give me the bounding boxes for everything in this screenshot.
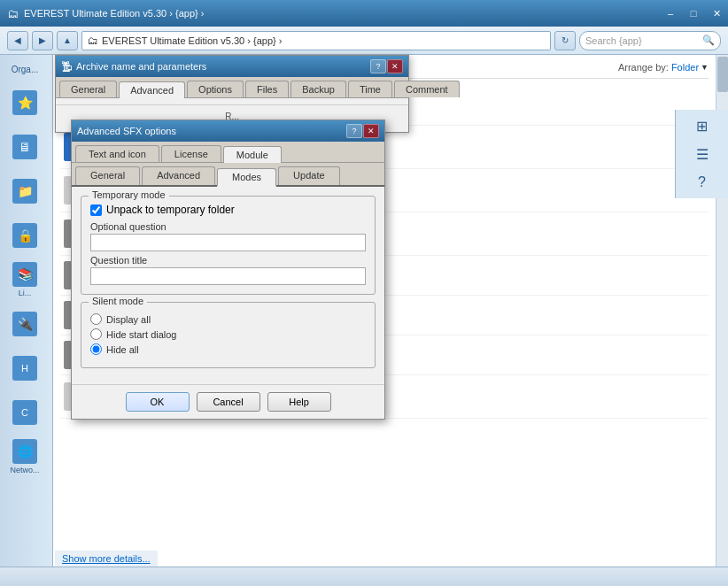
folder-label[interactable]: Folder (671, 62, 699, 73)
tab-files[interactable]: Files (245, 81, 289, 97)
title-bar: 🗂 EVEREST Ultimate Edition v5.30 › {app}… (0, 0, 728, 27)
sidebar-item-h[interactable]: H (4, 347, 46, 389)
tab-backup[interactable]: Backup (290, 81, 346, 97)
sidebar-item-3[interactable]: 📁 (4, 170, 46, 212)
organizer-label: Orga... (12, 65, 39, 74)
sfx-tab-update[interactable]: Update (278, 166, 339, 185)
sfx-title-text: Advanced SFX options (77, 126, 176, 136)
sfx-dialog: Advanced SFX options ? ✕ Text and icon L… (71, 120, 385, 420)
toolbar-right: ⊞ ☰ ? (675, 110, 728, 198)
sfx-help-button[interactable]: ? (346, 124, 362, 138)
minimize-button[interactable]: – (659, 4, 682, 22)
sidebar: Orga... ⭐ 🖥 📁 🔒 📚 Li... 🔌 H C 🌐 Netwo. (0, 55, 53, 567)
status-bar (0, 567, 728, 586)
plug-icon: 🔌 (12, 312, 37, 336)
address-box[interactable]: 🗂 EVEREST Ultimate Edition v5.30 › {app}… (81, 31, 551, 50)
sfx-footer: OK Cancel Help (72, 384, 384, 419)
unpack-label: Unpack to temporary folder (106, 204, 235, 216)
library-icon: 📚 (12, 262, 37, 287)
sfx-tab-row-2: General Advanced Modes Update (72, 163, 384, 187)
close-button[interactable]: ✕ (705, 4, 728, 22)
tab-time[interactable]: Time (348, 81, 392, 97)
archive-dialog-title: Archive name and parameters (76, 61, 206, 72)
archive-close-button[interactable]: ✕ (387, 59, 403, 73)
optional-question-label: Optional question (90, 221, 366, 232)
network-label: Netwo... (10, 466, 39, 474)
sidebar-item-5[interactable]: 🔌 (4, 303, 46, 345)
address-bar: ◀ ▶ ▲ 🗂 EVEREST Ultimate Edition v5.30 ›… (0, 27, 728, 55)
temporary-mode-label: Temporary mode (89, 189, 169, 200)
library-label: Li... (19, 289, 32, 297)
sfx-tab-modes[interactable]: Modes (217, 168, 276, 187)
help-button[interactable]: Help (267, 392, 331, 412)
arrange-label: Arrange by: (618, 62, 669, 73)
radio-hide-all: Hide all (90, 343, 366, 355)
search-placeholder: Search {app} (585, 35, 642, 46)
view-options-button[interactable]: ⊞ (688, 113, 716, 138)
list-view-button[interactable]: ☰ (688, 142, 716, 166)
sfx-title-bar: Advanced SFX options ? ✕ (72, 120, 384, 142)
tab-general[interactable]: General (59, 81, 117, 97)
forward-button[interactable]: ▶ (32, 31, 53, 50)
sfx-tab-license[interactable]: License (161, 145, 221, 162)
sidebar-item-network[interactable]: 🌐 Netwo... (4, 436, 46, 478)
search-box[interactable]: Search {app} 🔍 (579, 31, 721, 50)
silent-mode-label: Silent mode (89, 296, 147, 306)
sfx-tab-text-icon[interactable]: Text and icon (75, 145, 159, 162)
back-button[interactable]: ◀ (7, 31, 28, 50)
question-title-label: Question title (90, 255, 366, 266)
home-icon: H (12, 356, 37, 381)
archive-help-button[interactable]: ? (370, 59, 386, 73)
archive-dialog-title-bar: 🗜 Archive name and parameters ? ✕ (56, 56, 408, 77)
radio-hide-start-input[interactable] (90, 328, 102, 340)
sfx-content: Temporary mode Unpack to temporary folde… (72, 187, 384, 384)
show-more-link[interactable]: Show more details... (55, 551, 158, 567)
radio-hide-all-label: Hide all (106, 344, 139, 355)
lock-icon: 🔒 (12, 223, 37, 248)
folder-icon: 📁 (12, 179, 37, 204)
network-icon: 🌐 (12, 439, 37, 464)
sidebar-item-2[interactable]: 🖥 (4, 126, 46, 168)
temporary-mode-group: Temporary mode Unpack to temporary folde… (81, 196, 376, 295)
sfx-tab-general[interactable]: General (75, 166, 140, 185)
computer-icon: 🖥 (12, 135, 37, 159)
sidebar-item-favorites[interactable]: ⭐ (4, 81, 46, 124)
silent-mode-radio-group: Display all Hide start dialog Hide all (90, 313, 366, 355)
sfx-tab-advanced[interactable]: Advanced (142, 166, 215, 185)
tab-options[interactable]: Options (187, 81, 244, 97)
sidebar-item-4[interactable]: 🔒 (4, 214, 46, 257)
sidebar-item-organizer[interactable]: Orga... (4, 58, 46, 80)
favorites-icon: ⭐ (12, 90, 37, 115)
title-bar-text: EVEREST Ultimate Edition v5.30 › {app} › (24, 8, 204, 19)
unpack-checkbox-row: Unpack to temporary folder (90, 204, 366, 216)
unpack-checkbox[interactable] (90, 204, 102, 216)
radio-display-all: Display all (90, 313, 366, 325)
sfx-close-button[interactable]: ✕ (363, 124, 379, 138)
ok-button[interactable]: OK (126, 392, 190, 412)
cancel-button[interactable]: Cancel (197, 392, 260, 412)
cpu-icon: C (12, 400, 37, 425)
sfx-title-controls: ? ✕ (346, 124, 379, 138)
up-button[interactable]: ▲ (57, 31, 78, 50)
title-bar-controls: – □ ✕ (659, 0, 728, 22)
radio-hide-start-label: Hide start dialog (106, 329, 177, 340)
sidebar-item-c[interactable]: C (4, 391, 46, 434)
archive-dialog-controls: ? ✕ (370, 59, 403, 73)
archive-dialog-tabs: General Advanced Options Files Backup Ti… (56, 77, 408, 98)
refresh-button[interactable]: ↻ (554, 31, 576, 50)
sidebar-item-library[interactable]: 📚 Li... (4, 258, 46, 301)
tab-comment[interactable]: Comment (394, 81, 460, 97)
sfx-tab-row-1: Text and icon License Module (72, 142, 384, 163)
maximize-button[interactable]: □ (682, 4, 705, 22)
radio-display-all-input[interactable] (90, 313, 102, 325)
silent-mode-group: Silent mode Display all Hide start dialo… (81, 302, 376, 368)
question-title-input[interactable] (90, 267, 366, 285)
chevron-down-icon: ▼ (701, 63, 709, 72)
tab-advanced[interactable]: Advanced (119, 81, 185, 98)
help-toolbar-button[interactable]: ? (688, 170, 716, 195)
radio-hide-start: Hide start dialog (90, 328, 366, 340)
radio-hide-all-input[interactable] (90, 343, 102, 355)
optional-question-input[interactable] (90, 234, 366, 251)
sfx-tab-module[interactable]: Module (223, 146, 282, 163)
radio-display-all-label: Display all (106, 314, 151, 325)
